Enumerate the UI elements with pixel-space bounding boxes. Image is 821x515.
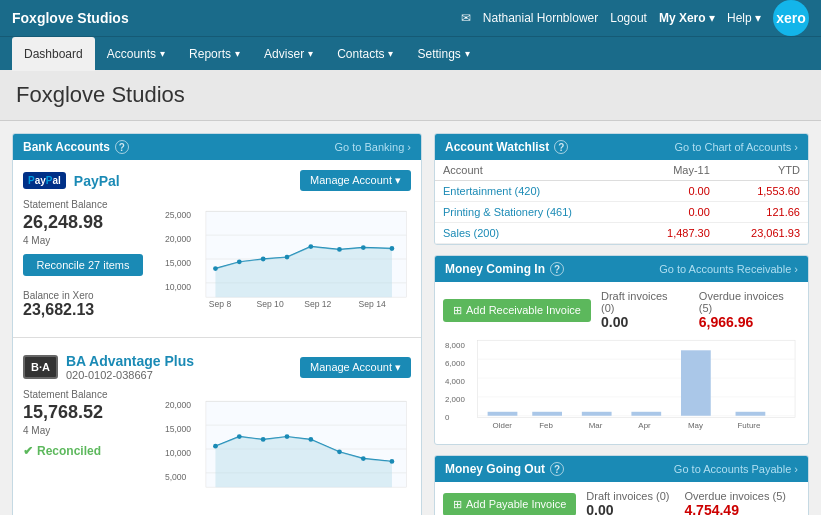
paypal-statement-date: 4 May — [23, 235, 153, 246]
paypal-brand: PayPal PayPal — [23, 172, 120, 189]
main-content: Bank Accounts ? Go to Banking › PayPal P… — [0, 121, 821, 515]
svg-rect-52 — [532, 412, 562, 416]
money-in-card: Money Coming In ? Go to Accounts Receiva… — [434, 255, 809, 445]
svg-point-33 — [237, 434, 242, 439]
watchlist-account-link[interactable]: Entertainment (420) — [443, 185, 540, 197]
right-panel: Account Watchlist ? Go to Chart of Accou… — [434, 133, 809, 515]
bank-accounts-title: Bank Accounts ? — [23, 140, 129, 154]
paypal-statement-value: 26,248.98 — [23, 212, 153, 233]
ba-manage-button[interactable]: Manage Account ▾ — [300, 357, 411, 378]
help-link[interactable]: Help ▾ — [727, 11, 761, 25]
paypal-logo: PayPal — [23, 172, 66, 189]
email-icon: ✉ — [461, 11, 471, 25]
col-may: May-11 — [636, 160, 718, 181]
plus-icon-out: ⊞ — [453, 498, 462, 511]
ba-statement-value: 15,768.52 — [23, 402, 153, 423]
ba-account-number: 020-0102-038667 — [66, 369, 194, 381]
nav-reports[interactable]: Reports ▾ — [177, 37, 252, 71]
svg-text:Future: Future — [738, 421, 761, 430]
nav-adviser[interactable]: Adviser ▾ — [252, 37, 325, 71]
paypal-account-name[interactable]: PayPal — [74, 173, 120, 189]
svg-text:Apr: Apr — [638, 421, 651, 430]
svg-point-10 — [213, 266, 218, 271]
svg-point-12 — [261, 257, 266, 262]
ba-account-name[interactable]: BA Advantage Plus — [66, 353, 194, 369]
logout-link[interactable]: Logout — [610, 11, 647, 25]
company-name: Foxglove Studios — [12, 10, 129, 26]
watchlist-row: Entertainment (420) 0.00 1,553.60 — [435, 181, 808, 202]
add-payable-invoice-button[interactable]: ⊞ Add Payable Invoice — [443, 493, 576, 516]
paypal-account: PayPal PayPal Manage Account ▾ Statement… — [13, 160, 421, 332]
svg-text:Mar: Mar — [589, 421, 603, 430]
svg-text:10,000: 10,000 — [165, 282, 191, 292]
svg-text:8,000: 8,000 — [445, 341, 465, 350]
nav-settings[interactable]: Settings ▾ — [405, 37, 481, 71]
ba-account-info: Statement Balance 15,768.52 4 May ✔ Reco… — [23, 389, 153, 512]
go-to-payable-link[interactable]: Go to Accounts Payable › — [674, 463, 798, 475]
svg-point-34 — [261, 437, 266, 442]
watchlist-account-link[interactable]: Sales (200) — [443, 227, 499, 239]
ba-chart: 20,000 15,000 10,000 5,000 — [163, 389, 411, 512]
svg-text:0: 0 — [445, 413, 450, 422]
paypal-manage-button[interactable]: Manage Account ▾ — [300, 170, 411, 191]
watchlist-may-cell: 1,487.30 — [636, 223, 718, 244]
watchlist-header-row: Account May-11 YTD — [435, 160, 808, 181]
svg-point-39 — [390, 459, 395, 464]
payable-draft-stat: Draft invoices (0) 0.00 — [586, 490, 669, 515]
svg-text:2,000: 2,000 — [445, 395, 465, 404]
money-out-title: Money Going Out ? — [445, 462, 564, 476]
watchlist-ytd-cell: 23,061.93 — [718, 223, 808, 244]
watchlist-info-icon: ? — [554, 140, 568, 154]
svg-point-11 — [237, 259, 242, 264]
payable-draft-value: 0.00 — [586, 502, 669, 515]
svg-text:Sep 12: Sep 12 — [304, 299, 331, 309]
go-to-receivable-link[interactable]: Go to Accounts Receivable › — [659, 263, 798, 275]
svg-rect-55 — [681, 350, 711, 415]
money-out-info-icon: ? — [550, 462, 564, 476]
bank-accounts-card: Bank Accounts ? Go to Banking › PayPal P… — [12, 133, 422, 515]
go-to-banking-link[interactable]: Go to Banking › — [335, 141, 411, 153]
add-receivable-invoice-button[interactable]: ⊞ Add Receivable Invoice — [443, 299, 591, 322]
overdue-value: 6,966.96 — [699, 314, 800, 330]
overdue-label: Overdue invoices (5) — [699, 290, 800, 314]
payable-overdue-label: Overdue invoices (5) — [684, 490, 786, 502]
svg-text:25,000: 25,000 — [165, 210, 191, 220]
svg-point-38 — [361, 456, 366, 461]
svg-text:10,000: 10,000 — [165, 448, 191, 458]
watchlist-account-cell: Entertainment (420) — [435, 181, 636, 202]
svg-point-13 — [285, 255, 290, 260]
go-to-chart-link[interactable]: Go to Chart of Accounts › — [674, 141, 798, 153]
ba-account-body: Statement Balance 15,768.52 4 May ✔ Reco… — [23, 389, 411, 512]
ba-reconciled-badge: ✔ Reconciled — [23, 444, 153, 458]
watchlist-row: Sales (200) 1,487.30 23,061.93 — [435, 223, 808, 244]
nav-contacts[interactable]: Contacts ▾ — [325, 37, 405, 71]
ba-chart-svg: 20,000 15,000 10,000 5,000 — [163, 389, 411, 509]
page-header: Foxglove Studios — [0, 70, 821, 121]
paypal-reconcile-button[interactable]: Reconcile 27 items — [23, 254, 143, 276]
ba-account-info-label: BA Advantage Plus 020-0102-038667 — [66, 353, 194, 381]
svg-point-14 — [308, 244, 313, 249]
svg-text:Older: Older — [493, 421, 513, 430]
svg-text:Sep 10: Sep 10 — [256, 299, 283, 309]
svg-point-16 — [361, 245, 366, 250]
paypal-balance-value: 23,682.13 — [23, 301, 153, 319]
svg-point-17 — [390, 246, 395, 251]
watchlist-title: Account Watchlist ? — [445, 140, 568, 154]
nav-accounts[interactable]: Accounts ▾ — [95, 37, 177, 71]
draft-value: 0.00 — [601, 314, 684, 330]
nav-dashboard[interactable]: Dashboard — [12, 37, 95, 71]
svg-rect-54 — [631, 412, 661, 416]
my-xero-link[interactable]: My Xero ▾ — [659, 11, 715, 25]
watchlist-row: Printing & Stationery (461) 0.00 121.66 — [435, 202, 808, 223]
col-ytd: YTD — [718, 160, 808, 181]
money-in-chart: 8,000 6,000 4,000 2,000 0 — [443, 338, 800, 436]
svg-text:20,000: 20,000 — [165, 234, 191, 244]
svg-point-36 — [308, 437, 313, 442]
svg-text:6,000: 6,000 — [445, 359, 465, 368]
svg-point-15 — [337, 247, 342, 252]
svg-text:20,000: 20,000 — [165, 400, 191, 410]
watchlist-account-link[interactable]: Printing & Stationery (461) — [443, 206, 572, 218]
svg-point-35 — [285, 434, 290, 439]
money-in-info-icon: ? — [550, 262, 564, 276]
watchlist-account-cell: Printing & Stationery (461) — [435, 202, 636, 223]
